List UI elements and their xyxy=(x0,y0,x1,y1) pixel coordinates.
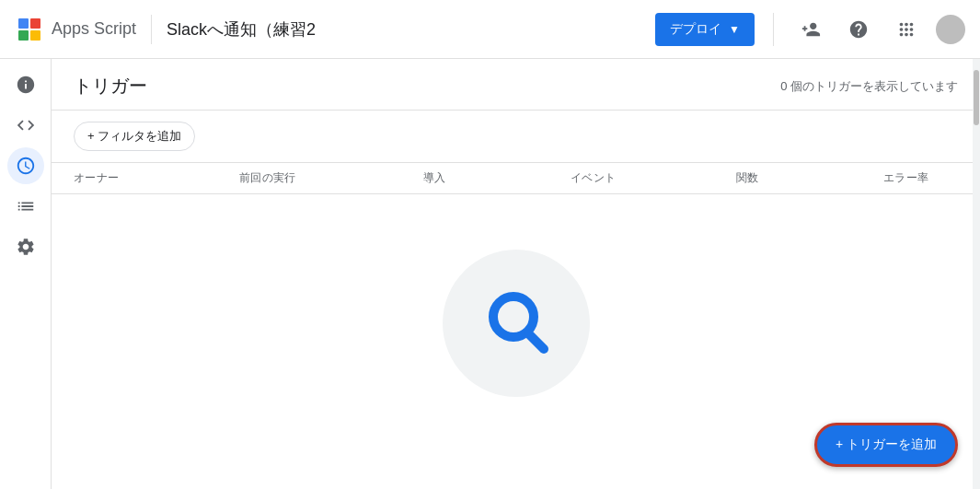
header-divider xyxy=(151,15,152,44)
empty-state-illustration xyxy=(443,250,590,397)
sidebar xyxy=(0,59,52,489)
sidebar-item-editor[interactable] xyxy=(7,107,44,144)
triggers-title: トリガー xyxy=(74,74,147,99)
code-icon xyxy=(16,115,36,135)
svg-rect-3 xyxy=(30,30,40,41)
svg-rect-1 xyxy=(30,18,40,29)
triggers-count: 0 個のトリガーを表示しています xyxy=(780,78,958,95)
header-separator xyxy=(773,13,774,46)
svg-rect-0 xyxy=(18,18,29,29)
apps-grid-button[interactable] xyxy=(888,11,925,48)
app-header: Apps Script Slackへ通知（練習2 デプロイ ▼ xyxy=(0,0,980,59)
info-icon xyxy=(16,75,36,95)
table-header: オーナー 前回の実行 導入 イベント 関数 エラー率 xyxy=(52,163,980,194)
apps-script-logo xyxy=(15,15,44,44)
col-header-last-run: 前回の実行 xyxy=(239,170,423,186)
add-person-icon xyxy=(801,19,821,40)
col-header-function: 関数 xyxy=(736,170,883,186)
deploy-label: デプロイ xyxy=(670,21,721,38)
logo-area: Apps Script xyxy=(15,15,136,44)
add-trigger-label: + トリガーを追加 xyxy=(836,437,937,453)
sidebar-item-settings[interactable] xyxy=(7,228,44,265)
gear-icon xyxy=(16,237,36,257)
help-button[interactable] xyxy=(840,11,877,48)
add-trigger-button[interactable]: + トリガーを追加 xyxy=(814,423,958,467)
deploy-chevron-icon: ▼ xyxy=(729,23,740,36)
app-body: トリガー 0 個のトリガーを表示しています + フィルタを追加 オーナー 前回の… xyxy=(0,59,980,489)
svg-line-5 xyxy=(528,333,544,349)
project-name-label: Slackへ通知（練習2 xyxy=(167,18,316,41)
sidebar-item-info[interactable] xyxy=(7,66,44,103)
triggers-header: トリガー 0 個のトリガーを表示しています xyxy=(52,59,980,111)
col-header-error-rate: エラー率 xyxy=(883,170,980,186)
col-header-owner: オーナー xyxy=(74,170,239,186)
col-header-deployment: 導入 xyxy=(423,170,571,186)
app-name-label: Apps Script xyxy=(52,19,136,39)
add-collaborator-button[interactable] xyxy=(792,11,829,48)
sidebar-item-triggers[interactable] xyxy=(7,147,44,184)
add-filter-button[interactable]: + フィルタを追加 xyxy=(74,122,195,151)
avatar[interactable] xyxy=(936,15,965,44)
help-icon xyxy=(848,19,869,40)
svg-rect-2 xyxy=(18,30,29,41)
filter-bar: + フィルタを追加 xyxy=(52,111,980,163)
apps-grid-icon xyxy=(896,19,917,40)
col-header-event: イベント xyxy=(571,170,736,186)
scrollbar-track xyxy=(973,59,980,489)
main-content: トリガー 0 個のトリガーを表示しています + フィルタを追加 オーナー 前回の… xyxy=(52,59,980,489)
executions-icon xyxy=(16,196,36,216)
deploy-button[interactable]: デプロイ ▼ xyxy=(655,13,755,46)
scrollbar-thumb[interactable] xyxy=(974,70,979,125)
sidebar-item-executions[interactable] xyxy=(7,188,44,225)
clock-icon xyxy=(16,156,36,176)
search-empty-icon xyxy=(475,282,558,365)
